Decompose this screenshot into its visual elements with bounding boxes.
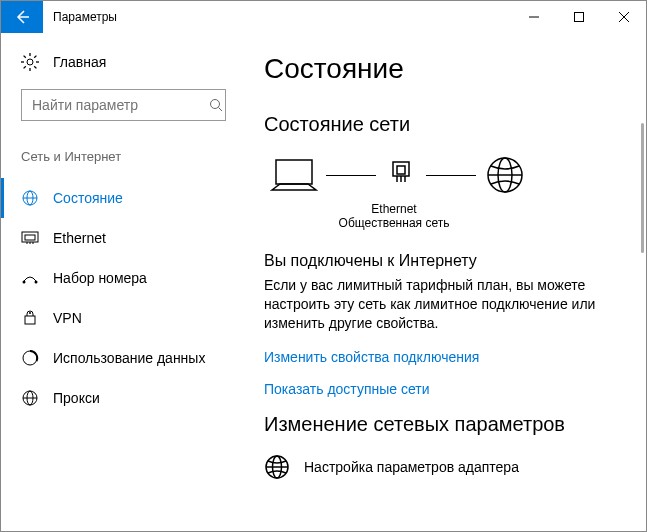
proxy-icon bbox=[21, 389, 39, 407]
globe-icon bbox=[484, 154, 526, 196]
sidebar-item-dialup[interactable]: Набор номера bbox=[1, 258, 246, 298]
svg-line-8 bbox=[34, 56, 36, 58]
adapter-label: Настройка параметров адаптера bbox=[304, 459, 519, 475]
sidebar-item-ethernet[interactable]: Ethernet bbox=[1, 218, 246, 258]
ethernet-icon bbox=[21, 231, 39, 245]
link-change-connection-properties[interactable]: Изменить свойства подключения bbox=[264, 349, 646, 365]
sidebar-item-vpn[interactable]: VPN bbox=[1, 298, 246, 338]
change-params-heading: Изменение сетевых параметров bbox=[264, 413, 646, 436]
sidebar-item-datausage[interactable]: Использование данных bbox=[1, 338, 246, 378]
back-button[interactable] bbox=[1, 1, 43, 33]
datausage-icon bbox=[21, 349, 39, 367]
sidebar-group-label: Сеть и Интернет bbox=[21, 149, 246, 164]
maximize-button[interactable] bbox=[556, 1, 601, 33]
svg-line-7 bbox=[34, 66, 36, 68]
svg-point-10 bbox=[211, 100, 220, 109]
svg-line-9 bbox=[24, 66, 26, 68]
computer-icon bbox=[270, 156, 318, 194]
router-icon bbox=[384, 158, 418, 192]
search-input[interactable] bbox=[21, 89, 226, 121]
svg-rect-16 bbox=[25, 235, 35, 240]
svg-rect-30 bbox=[397, 166, 405, 174]
network-diagram bbox=[264, 154, 646, 196]
section-title: Состояние сети bbox=[264, 113, 646, 136]
svg-point-1 bbox=[27, 59, 33, 65]
minimize-button[interactable] bbox=[511, 1, 556, 33]
sidebar-item-label: Состояние bbox=[53, 190, 123, 206]
sidebar-item-status[interactable]: Состояние bbox=[1, 178, 246, 218]
connection-line bbox=[426, 175, 476, 176]
svg-rect-0 bbox=[574, 13, 583, 22]
svg-rect-22 bbox=[25, 316, 35, 324]
dialup-icon bbox=[21, 271, 39, 285]
sidebar-item-proxy[interactable]: Прокси bbox=[1, 378, 246, 418]
gear-icon bbox=[21, 53, 39, 71]
adapter-settings-row[interactable]: Настройка параметров адаптера bbox=[264, 454, 646, 480]
window-title: Параметры bbox=[43, 1, 511, 33]
connection-label: Ethernet bbox=[264, 202, 524, 216]
sidebar-item-label: Набор номера bbox=[53, 270, 147, 286]
search-icon bbox=[209, 98, 223, 112]
connection-line bbox=[326, 175, 376, 176]
svg-point-20 bbox=[23, 281, 26, 284]
svg-rect-28 bbox=[276, 160, 312, 184]
diagram-caption: Ethernet Общественная сеть bbox=[264, 202, 524, 230]
sidebar-home[interactable]: Главная bbox=[21, 53, 246, 71]
sidebar-home-label: Главная bbox=[53, 54, 106, 70]
search-field[interactable] bbox=[30, 96, 209, 114]
svg-line-11 bbox=[219, 108, 223, 112]
link-show-available-networks[interactable]: Показать доступные сети bbox=[264, 381, 646, 397]
page-title: Состояние bbox=[264, 53, 646, 85]
scrollbar[interactable] bbox=[641, 123, 644, 253]
svg-point-21 bbox=[35, 281, 38, 284]
status-icon bbox=[21, 189, 39, 207]
vpn-icon bbox=[21, 310, 39, 326]
close-button[interactable] bbox=[601, 1, 646, 33]
connection-subtype: Общественная сеть bbox=[264, 216, 524, 230]
sidebar-item-label: Ethernet bbox=[53, 230, 106, 246]
sidebar-item-label: Использование данных bbox=[53, 350, 205, 366]
adapter-icon bbox=[264, 454, 290, 480]
connected-description: Если у вас лимитный тарифный план, вы мо… bbox=[264, 276, 624, 333]
connected-heading: Вы подключены к Интернету bbox=[264, 252, 646, 270]
svg-line-6 bbox=[24, 56, 26, 58]
sidebar-item-label: Прокси bbox=[53, 390, 100, 406]
sidebar-item-label: VPN bbox=[53, 310, 82, 326]
svg-point-23 bbox=[29, 312, 31, 314]
